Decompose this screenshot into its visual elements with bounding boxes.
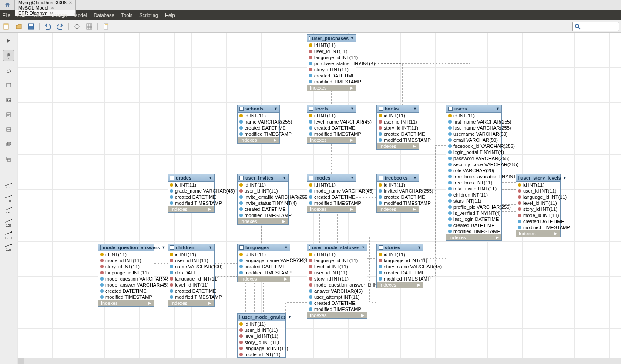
column[interactable]: login_portal TINYINT(4) xyxy=(446,149,501,155)
column[interactable]: security_code VARCHAR(255) xyxy=(446,161,501,167)
column[interactable]: id INT(11) xyxy=(516,182,560,188)
relation-tool-1-1-0[interactable]: 1:1 xyxy=(3,180,14,193)
menu-model[interactable]: Model xyxy=(74,13,87,18)
expand-icon[interactable]: ▶ xyxy=(496,235,499,240)
column[interactable]: id INT(11) xyxy=(377,182,419,188)
column[interactable]: modified TIMESTAMP xyxy=(98,294,154,300)
collapse-icon[interactable]: ▼ xyxy=(350,107,354,111)
relation-tool-1-1-2[interactable]: 1:1 xyxy=(3,205,14,217)
menu-file[interactable]: File xyxy=(3,13,10,18)
indexes-row[interactable]: Indexes▶ xyxy=(307,312,367,318)
menu-view[interactable]: View xyxy=(33,13,43,18)
image-tool[interactable] xyxy=(3,94,14,106)
column[interactable]: created DATETIME xyxy=(446,222,501,228)
search-input[interactable] xyxy=(582,24,617,29)
column[interactable]: created DATETIME xyxy=(168,194,214,200)
indexes-row[interactable]: Indexes▶ xyxy=(307,85,356,91)
column[interactable]: modified TIMESTAMP xyxy=(377,200,419,206)
collapse-icon[interactable]: ▼ xyxy=(288,315,292,319)
column[interactable]: user_attempt INT(11) xyxy=(307,294,367,300)
column[interactable]: mode_question VARCHAR(45) xyxy=(98,276,154,282)
entity-mode_question_answers[interactable]: mode_question_answers▼id INT(11)mode_id … xyxy=(98,244,154,307)
entity-user_mode_statuses[interactable]: user_mode_statuses▼id INT(11)language_id… xyxy=(307,244,367,319)
expand-icon[interactable]: ▶ xyxy=(284,277,287,281)
note-tool[interactable] xyxy=(3,109,14,120)
entity-header[interactable]: user_story_levels▼ xyxy=(516,174,560,182)
column[interactable]: user_id INT(11) xyxy=(377,119,419,125)
column[interactable]: created DATETIME xyxy=(307,194,356,200)
indexes-row[interactable]: Indexes▶ xyxy=(377,206,419,212)
entity-header[interactable]: grades▼ xyxy=(168,174,214,182)
column[interactable]: id INT(11) xyxy=(168,251,214,257)
column[interactable]: dob DATE xyxy=(168,270,214,276)
collapse-icon[interactable]: ▼ xyxy=(417,245,421,250)
column[interactable]: modified TIMESTAMP xyxy=(168,294,214,300)
column[interactable]: created DATETIME xyxy=(238,125,279,131)
entity-books[interactable]: books▼id INT(11)user_id INT(11)story_id … xyxy=(376,105,419,150)
column[interactable]: modified TIMESTAMP xyxy=(446,228,501,234)
expand-icon[interactable]: ▶ xyxy=(554,231,557,236)
expand-icon[interactable]: ▶ xyxy=(350,86,353,90)
entity-header[interactable]: users▼ xyxy=(446,105,501,113)
column[interactable]: created DATETIME xyxy=(238,264,290,270)
collapse-icon[interactable]: ▼ xyxy=(350,36,354,40)
relation-tool-1-n-3[interactable]: 1:n xyxy=(3,217,14,229)
column[interactable]: user_id INT(11) xyxy=(168,257,214,264)
column[interactable]: language_id INT(11) xyxy=(307,257,367,264)
menu-database[interactable]: Database xyxy=(94,13,114,18)
expand-icon[interactable]: ▶ xyxy=(350,207,353,211)
relation-tool-1-n-5[interactable]: 1:n xyxy=(3,241,14,254)
column[interactable]: modified TIMESTAMP xyxy=(307,200,356,206)
entity-header[interactable]: mode_question_answers▼ xyxy=(98,244,154,251)
expand-icon[interactable]: ▶ xyxy=(413,144,416,148)
close-icon[interactable]: × xyxy=(51,5,54,10)
column[interactable]: story_name VARCHAR(45) xyxy=(377,264,423,270)
column[interactable]: id INT(11) xyxy=(238,251,290,257)
column[interactable]: id INT(11) xyxy=(307,182,356,188)
layer-tool[interactable] xyxy=(3,80,14,91)
expand-icon[interactable]: ▶ xyxy=(208,207,211,211)
column[interactable]: invited VARCHAR(255) xyxy=(377,188,419,194)
new-doc-button[interactable] xyxy=(2,22,11,31)
column[interactable]: id INT(11) xyxy=(446,113,501,119)
horizontal-scrollbar[interactable] xyxy=(17,358,621,364)
column[interactable]: id INT(11) xyxy=(377,113,419,119)
collapse-icon[interactable]: ▼ xyxy=(350,176,354,180)
entity-user_mode_grades[interactable]: user_mode_grades▼id INT(11)user_id INT(1… xyxy=(237,313,286,358)
column[interactable]: user_id INT(11) xyxy=(307,270,367,276)
column[interactable]: facebook_id VARCHAR(255) xyxy=(446,143,501,149)
entity-header[interactable]: user_purchases▼ xyxy=(307,35,356,42)
column[interactable]: story_id INT(11) xyxy=(516,206,560,212)
grid-button[interactable] xyxy=(84,22,94,31)
column[interactable]: is_verified TINYINT(4) xyxy=(446,210,501,216)
collapse-icon[interactable]: ▼ xyxy=(208,176,212,180)
column[interactable]: story_id INT(11) xyxy=(307,276,367,282)
column[interactable]: modified TIMESTAMP xyxy=(307,79,356,85)
entity-users[interactable]: users▼id INT(11)first_name VARCHAR(255)l… xyxy=(446,105,502,241)
column[interactable]: name VARCHAR(255) xyxy=(238,119,279,125)
hand-tool[interactable] xyxy=(3,50,14,61)
column[interactable]: role VARCHAR(20) xyxy=(446,167,501,174)
column[interactable]: level_id INT(11) xyxy=(516,200,560,206)
entity-header[interactable]: languages▼ xyxy=(238,244,290,251)
collapse-icon[interactable]: ▼ xyxy=(496,107,500,111)
entity-stories[interactable]: stories▼id INT(11)language_id INT(11)sto… xyxy=(376,244,423,288)
indexes-row[interactable]: Indexes▶ xyxy=(238,137,279,143)
indexes-row[interactable]: Indexes▶ xyxy=(98,300,154,306)
column[interactable]: story_id INT(11) xyxy=(377,125,419,131)
collapse-icon[interactable]: ▼ xyxy=(361,245,365,250)
column[interactable]: mode_question_answer_id INT(11) xyxy=(307,282,367,288)
column[interactable]: mode_id INT(11) xyxy=(238,351,285,357)
menu-tools[interactable]: Tools xyxy=(121,13,133,18)
column[interactable]: answer VARCHAR(45) xyxy=(307,288,367,294)
entity-header[interactable]: schools▼ xyxy=(238,105,279,113)
column[interactable]: name VARCHAR(100) xyxy=(168,264,214,270)
column[interactable]: invite_status TINYINT(4) xyxy=(238,200,288,206)
column[interactable]: stars INT(11) xyxy=(446,198,501,204)
column[interactable]: user_id INT(11) xyxy=(238,327,285,333)
entity-freebooks[interactable]: freebooks▼id INT(11)invited VARCHAR(255)… xyxy=(376,174,419,213)
expand-icon[interactable]: ▶ xyxy=(282,219,285,224)
column[interactable]: created DATETIME xyxy=(307,125,356,131)
entity-children[interactable]: children▼id INT(11)user_id INT(11)name V… xyxy=(168,244,215,307)
column[interactable]: mode_id INT(11) xyxy=(98,257,154,264)
